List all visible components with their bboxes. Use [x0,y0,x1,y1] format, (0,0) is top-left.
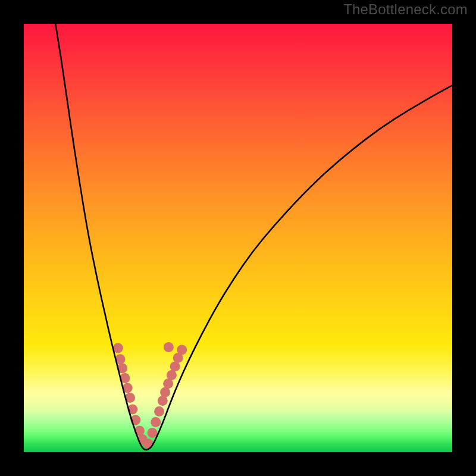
highlight-dot [177,345,187,355]
chart-svg [24,24,452,452]
chart-frame: TheBottleneck.com [0,0,476,476]
highlight-dot [154,406,164,416]
highlight-dot [158,396,168,406]
bottleneck-curve [55,24,452,450]
highlight-dot [148,428,158,438]
highlight-dot [151,417,161,427]
plot-area [24,24,452,452]
watermark-text: TheBottleneck.com [343,1,468,18]
highlight-dot [164,342,174,352]
